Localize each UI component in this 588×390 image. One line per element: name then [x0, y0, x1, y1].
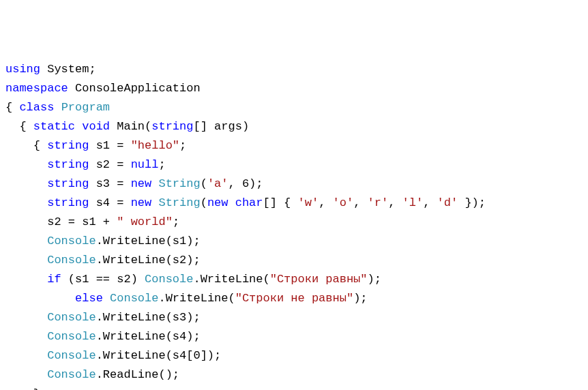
code-token: s1 =: [96, 139, 131, 152]
code-token: Console: [47, 349, 95, 362]
code-token: 'l': [402, 196, 424, 209]
code-token: ;: [158, 158, 165, 171]
code-token: Console: [47, 254, 95, 267]
code-token: string: [47, 196, 95, 209]
code-line: Console.WriteLine(s4);: [5, 327, 583, 346]
code-token: Console: [47, 330, 95, 343]
code-token: System;: [47, 63, 95, 76]
code-token: s2 =: [96, 158, 131, 171]
code-token: using: [5, 63, 47, 76]
code-token: new: [131, 196, 159, 209]
code-token: .WriteLine(: [158, 292, 235, 305]
code-line: else Console.WriteLine("Строки не равны"…: [5, 289, 583, 308]
code-token: "Строки равны": [270, 273, 368, 286]
code-line: namespace ConsoleApplication: [5, 79, 583, 98]
code-token: Console: [47, 235, 95, 247]
code-token: String: [158, 177, 200, 190]
code-token: .WriteLine(s2);: [96, 254, 201, 267]
code-token: ConsoleApplication: [75, 82, 201, 95]
code-token: if: [47, 273, 68, 286]
code-token: null: [131, 158, 159, 171]
code-token: "Строки не равны": [235, 292, 353, 305]
code-token: namespace: [5, 82, 75, 95]
code-line: string s3 = new String('a', 6);: [5, 175, 583, 194]
code-token: Main(: [117, 120, 151, 133]
code-token: Console: [47, 311, 95, 324]
code-token: ,: [423, 196, 437, 209]
code-token: }: [33, 387, 40, 390]
code-token: );: [353, 292, 367, 305]
code-token: });: [458, 196, 486, 209]
code-token: new: [131, 177, 159, 190]
code-token: ;: [179, 139, 186, 152]
code-line: }: [5, 385, 583, 390]
code-token: Console: [110, 292, 158, 305]
code-token: static void: [33, 120, 117, 133]
code-token: s3 =: [96, 177, 131, 190]
code-token: 'o': [333, 196, 354, 209]
code-line: Console.WriteLine(s1);: [5, 232, 583, 251]
code-token: else: [75, 292, 110, 305]
code-token: "hello": [131, 139, 179, 152]
code-token: Console: [145, 273, 193, 286]
code-token: 'd': [437, 196, 458, 209]
code-token: string: [151, 120, 193, 133]
code-token: Console: [47, 368, 95, 381]
code-line: using System;: [5, 60, 583, 79]
code-token: .ReadLine();: [96, 368, 179, 381]
code-token: string: [47, 139, 95, 152]
code-token: 'a': [207, 177, 229, 190]
code-token: 'w': [298, 196, 319, 209]
code-token: .WriteLine(s1);: [96, 235, 201, 247]
code-token: [] {: [263, 196, 298, 209]
code-token: string: [47, 177, 95, 190]
code-line: Console.WriteLine(s2);: [5, 251, 583, 270]
code-token: s2 = s1 +: [47, 215, 117, 228]
code-token: , 6);: [229, 177, 263, 190]
code-line: Console.WriteLine(s4[0]);: [5, 346, 583, 365]
code-token: s4 =: [96, 196, 131, 209]
code-token: ,: [388, 196, 402, 209]
code-block: using System;namespace ConsoleApplicatio…: [5, 60, 583, 390]
code-token: ;: [173, 215, 179, 228]
code-token: (s1 == s2): [68, 273, 145, 286]
code-token: " world": [117, 215, 173, 228]
code-token: {: [19, 120, 33, 133]
code-line: { class Program: [5, 98, 583, 117]
code-token: class: [19, 101, 61, 114]
code-token: new char: [207, 196, 263, 209]
code-line: string s2 = null;: [5, 155, 583, 175]
code-line: string s4 = new String(new char[] { 'w',…: [5, 194, 583, 213]
code-token: Program: [61, 101, 110, 114]
code-token: .WriteLine(s3);: [96, 311, 201, 324]
code-token: .WriteLine(: [193, 273, 269, 286]
code-token: {: [33, 139, 47, 152]
code-token: (: [201, 196, 207, 209]
code-token: [] args): [193, 120, 249, 133]
code-token: string: [47, 158, 95, 171]
code-line: if (s1 == s2) Console.WriteLine("Строки …: [5, 270, 583, 289]
code-line: { static void Main(string[] args): [5, 117, 583, 136]
code-token: .WriteLine(s4);: [96, 330, 201, 343]
code-token: {: [5, 101, 19, 114]
code-line: Console.ReadLine();: [5, 365, 583, 385]
code-line: { string s1 = "hello";: [5, 136, 583, 155]
code-line: s2 = s1 + " world";: [5, 213, 583, 232]
code-token: ,: [319, 196, 332, 209]
code-line: Console.WriteLine(s3);: [5, 308, 583, 327]
code-token: );: [368, 273, 381, 286]
code-token: 'r': [368, 196, 389, 209]
code-token: .WriteLine(s4[0]);: [96, 349, 222, 362]
code-token: String: [158, 196, 200, 209]
code-token: (: [201, 177, 207, 190]
code-token: ,: [353, 196, 367, 209]
